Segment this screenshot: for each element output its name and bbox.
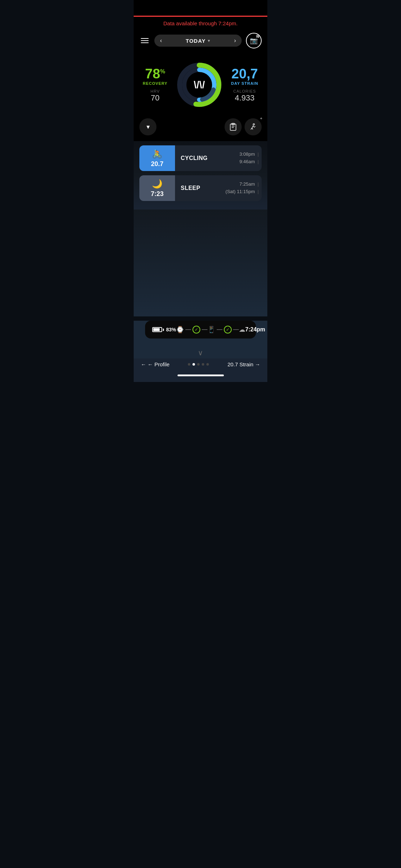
data-available-banner: Data available through 7:24pm. bbox=[134, 17, 267, 30]
recovery-percentage: 78% bbox=[143, 67, 168, 81]
home-indicator-area bbox=[134, 374, 267, 382]
sleep-duration: 7:23 bbox=[151, 190, 164, 198]
sleep-times: 7:25am | (Sat) 11:15pm | bbox=[226, 181, 262, 196]
person-run-icon bbox=[249, 123, 257, 131]
phone-icon: 📱 bbox=[207, 326, 215, 334]
profile-label: ← Profile bbox=[148, 361, 170, 367]
battery-fill bbox=[153, 328, 160, 331]
battery-tip bbox=[163, 329, 164, 331]
content-area: 🚴 20.7 CYCLING 3:08pm | 9:46am | 🌙 7:23 … bbox=[134, 141, 267, 210]
profile-initial: W bbox=[256, 35, 259, 38]
action-right-group: + bbox=[225, 118, 262, 135]
cycling-strain: 20.7 bbox=[151, 160, 163, 168]
date-chevron-icon: ▾ bbox=[208, 38, 210, 43]
device-status-bar: 83% ⌚ ✓ 📱 ✓ ☁ 7:24pm bbox=[145, 321, 256, 339]
device-time: 7:24pm bbox=[245, 326, 265, 333]
chain-line-2 bbox=[202, 329, 207, 330]
profile-nav-link[interactable]: ← ← Profile bbox=[141, 361, 170, 367]
sleep-start-time: (Sat) 11:15pm | bbox=[226, 188, 259, 196]
recovery-section: 78% RECOVERY HRV 70 bbox=[143, 67, 168, 103]
svg-point-9 bbox=[253, 124, 255, 125]
log-activity-button[interactable] bbox=[225, 118, 242, 135]
strain-section: 20,7 DAY STRAIN CALORIES 4.933 bbox=[231, 67, 258, 103]
bottom-nav: ∨ bbox=[134, 346, 267, 358]
prev-day-arrow[interactable]: ‹ bbox=[160, 37, 162, 44]
strain-value: 20,7 bbox=[231, 67, 258, 81]
strain-nav-link[interactable]: 20.7 Strain → bbox=[227, 361, 260, 367]
bottom-chevron-icon[interactable]: ∨ bbox=[198, 348, 203, 357]
battery-percentage: 83% bbox=[166, 327, 176, 332]
strain-label: DAY STRAIN bbox=[231, 81, 258, 86]
plus-icon: + bbox=[260, 116, 262, 120]
sleep-end-time: 7:25am | bbox=[226, 181, 259, 188]
phone-connection: 📱 ✓ bbox=[207, 326, 239, 334]
strain-label: 20.7 Strain → bbox=[227, 361, 260, 367]
banner-text: Data available through 7:24pm. bbox=[163, 20, 237, 26]
dot-1[interactable] bbox=[188, 363, 190, 366]
add-activity-button[interactable] bbox=[245, 118, 262, 135]
whoop-ring: \/\/ bbox=[174, 60, 224, 110]
calories-value: 4.933 bbox=[231, 93, 258, 103]
strap-connection: ⌚ ✓ bbox=[176, 326, 207, 334]
next-day-arrow[interactable]: › bbox=[234, 37, 236, 44]
header: ‹ TODAY ▾ › W 📷 bbox=[134, 30, 267, 53]
battery-body bbox=[152, 327, 162, 332]
cycling-times: 3:08pm | 9:46am | bbox=[240, 151, 262, 166]
chain-line-1 bbox=[185, 329, 191, 330]
cycling-name: CYCLING bbox=[181, 155, 208, 161]
page-dots bbox=[188, 363, 209, 366]
status-bar bbox=[134, 0, 267, 16]
cycling-activity-card[interactable]: 🚴 20.7 CYCLING 3:08pm | 9:46am | bbox=[139, 145, 262, 171]
strap-check-icon: ✓ bbox=[192, 326, 200, 334]
chevron-down-icon: ▾ bbox=[146, 123, 150, 131]
dot-5[interactable] bbox=[206, 363, 209, 366]
expand-button[interactable]: ▾ bbox=[139, 118, 156, 135]
calories-label: CALORIES bbox=[231, 89, 258, 93]
main-stats-section: 78% RECOVERY HRV 70 \/\/ 20,7 DAY STRAIN… bbox=[134, 53, 267, 115]
empty-area bbox=[134, 210, 267, 316]
phone-check-icon: ✓ bbox=[224, 326, 232, 334]
sleep-info: SLEEP bbox=[175, 181, 226, 196]
profile-avatar[interactable]: W 📷 bbox=[246, 33, 262, 48]
hrv-label: HRV bbox=[143, 89, 168, 93]
cycling-end-time: 3:08pm | bbox=[240, 151, 259, 158]
cycling-icon: 🚴 bbox=[152, 149, 163, 159]
recovery-label: RECOVERY bbox=[143, 81, 168, 86]
hrv-value: 70 bbox=[143, 93, 168, 103]
action-bar: ▾ + bbox=[134, 115, 267, 141]
clipboard-icon bbox=[229, 123, 237, 131]
date-navigation[interactable]: ‹ TODAY ▾ › bbox=[154, 35, 242, 47]
ring-logo: \/\/ bbox=[194, 79, 205, 91]
cycling-info: CYCLING bbox=[175, 151, 240, 166]
device-status-wrapper: 83% ⌚ ✓ 📱 ✓ ☁ 7:24pm bbox=[134, 321, 267, 346]
sleep-icon-box: 🌙 7:23 bbox=[139, 175, 175, 201]
battery-icon bbox=[152, 327, 164, 332]
nav-footer: ← ← Profile 20.7 Strain → bbox=[134, 358, 267, 374]
current-date-label[interactable]: TODAY ▾ bbox=[186, 38, 210, 44]
cycling-icon-box: 🚴 20.7 bbox=[139, 145, 175, 171]
chain-line-3 bbox=[217, 329, 222, 330]
dot-3[interactable] bbox=[197, 363, 200, 366]
sleep-icon: 🌙 bbox=[152, 179, 163, 189]
strap-icon: ⌚ bbox=[176, 326, 184, 334]
cloud-icon: ☁ bbox=[239, 326, 245, 334]
dot-2[interactable] bbox=[192, 363, 195, 366]
sleep-activity-card[interactable]: 🌙 7:23 SLEEP 7:25am | (Sat) 11:15pm | bbox=[139, 175, 262, 201]
cycling-start-time: 9:46am | bbox=[240, 158, 259, 166]
sleep-name: SLEEP bbox=[181, 185, 200, 191]
battery-indicator: 83% bbox=[152, 327, 176, 332]
dot-4[interactable] bbox=[202, 363, 204, 366]
home-indicator bbox=[178, 374, 224, 376]
hamburger-menu[interactable] bbox=[139, 37, 150, 45]
chain-line-4 bbox=[233, 329, 239, 330]
